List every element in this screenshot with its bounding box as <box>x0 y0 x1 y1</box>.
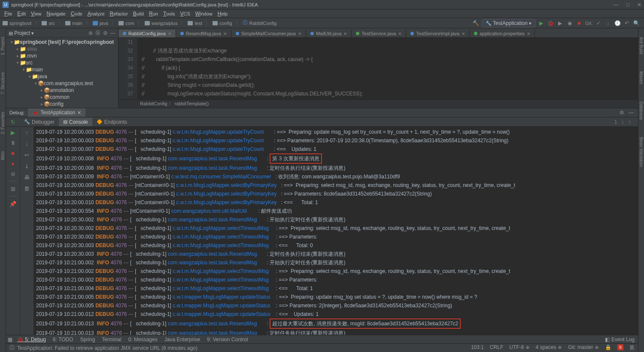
endpoints-tab[interactable]: 🔶 Endpoints <box>92 118 131 126</box>
git-branch[interactable]: Git: master ≑ <box>568 344 599 352</box>
menu-navigate[interactable]: Navigate <box>44 11 68 17</box>
close-tab-icon[interactable]: ✕ <box>462 31 465 36</box>
tree-item[interactable]: ▾📁main <box>6 66 118 73</box>
settings-gear-icon[interactable]: ⚙ <box>103 30 108 36</box>
tool-stripe-item[interactable]: 7: Structure <box>0 72 5 95</box>
scroll-down-icon[interactable]: ↓ <box>23 140 31 147</box>
soft-wrap-icon[interactable]: ↩ <box>23 151 31 159</box>
menu-help[interactable]: Help <box>215 11 230 17</box>
minimize-button[interactable]: — <box>614 2 619 8</box>
git-revert-icon[interactable]: ↶ <box>623 20 630 27</box>
crumb-wangzaiplus[interactable]: wangzaiplus〉 <box>145 19 187 27</box>
console-tab[interactable]: ▤ Console <box>59 118 92 126</box>
crumb-main[interactable]: main〉 <box>65 19 92 27</box>
resume-icon[interactable]: ▶ <box>9 129 17 136</box>
debug-hide-icon[interactable]: — <box>628 109 635 116</box>
bottom-tab[interactable]: 9: Version Control <box>204 337 251 343</box>
maximize-button[interactable]: □ <box>626 2 629 8</box>
coverage-icon[interactable]: ▶ <box>557 20 564 27</box>
lock-icon[interactable]: 🔒 <box>605 344 611 352</box>
bottom-tab[interactable]: 🐞 5: Debug <box>14 337 49 343</box>
bottom-tab[interactable]: Spring <box>77 337 99 343</box>
step-out-icon[interactable]: ↑ <box>626 119 633 125</box>
editor-code[interactable]: // 消息是否成功发送到Exchange // rabbitTemplate.s… <box>137 38 638 99</box>
project-tree[interactable]: ▾📁springboot [test] F:\project\springboo… <box>6 38 118 108</box>
tool-stripe-item[interactable]: Maven <box>639 71 644 84</box>
run-icon[interactable]: ▶ <box>538 20 545 27</box>
close-button[interactable]: ✕ <box>637 2 641 8</box>
scroll-end-icon[interactable]: ⤓ <box>23 162 31 170</box>
close-tab-icon[interactable]: ✕ <box>223 31 227 36</box>
menu-build[interactable]: Build <box>131 11 146 17</box>
menu-code[interactable]: Code <box>68 11 85 17</box>
menu-file[interactable]: File <box>2 11 15 17</box>
rerun-icon[interactable]: ↻ <box>6 119 20 125</box>
editor-tab[interactable]: application.properties ✕ <box>470 30 535 37</box>
profile-icon[interactable]: ◉ <box>566 20 573 27</box>
tree-item[interactable]: ▸📦annotation <box>6 87 118 94</box>
menu-window[interactable]: Window <box>193 11 215 17</box>
debug-icon[interactable]: 🐞 <box>547 20 554 27</box>
menu-view[interactable]: View <box>28 11 44 17</box>
console-output[interactable]: 2019-07-19 10:20:00.003 DEBUG 4076 --- [… <box>33 127 638 335</box>
clear-icon[interactable]: 🗑 <box>23 184 31 192</box>
crumb-test[interactable]: test〉 <box>188 19 212 27</box>
search-icon[interactable]: 🔍 <box>633 20 640 27</box>
git-update-icon[interactable]: ✓ <box>595 20 602 27</box>
close-tab-icon[interactable]: ✕ <box>398 31 401 36</box>
build-icon[interactable]: 🔨 <box>472 20 479 27</box>
git-pull-icon[interactable]: ↓ <box>605 20 611 27</box>
editor-tab[interactable]: ResendMsg.java ✕ <box>176 30 231 37</box>
close-tab-icon[interactable]: ✕ <box>168 31 171 36</box>
ime-indicator[interactable]: S <box>617 344 623 350</box>
crumb-com[interactable]: com〉 <box>118 19 144 27</box>
crumb-java[interactable]: java〉 <box>93 19 118 27</box>
debug-session-tab[interactable]: 🐞 TestApplication ✕ <box>28 108 85 117</box>
close-tab-icon[interactable]: ✕ <box>343 31 347 36</box>
stop-icon[interactable]: ■ <box>576 20 583 27</box>
editor-tab[interactable]: TestService.java ✕ <box>352 30 406 37</box>
breadcrumb-trail[interactable]: springboot〉 src〉 main〉 java〉 com〉 wangza… <box>0 19 472 27</box>
stop-debug-icon[interactable]: ■ <box>9 149 17 157</box>
tree-item[interactable]: ▾📁springboot [test] F:\project\springboo… <box>6 39 118 46</box>
editor-breadcrumb[interactable]: RabbitConfig 〉 rabbitTemplate() <box>118 99 638 108</box>
editor-position[interactable]: 103:1 <box>471 344 484 352</box>
pin-icon[interactable]: 📌 <box>9 200 17 208</box>
crumb-config[interactable]: config〉 <box>213 19 241 27</box>
select-open-icon[interactable]: ⦿ <box>95 30 100 36</box>
run-config-selector[interactable]: 🔧 TestApplication ▾ <box>482 19 535 28</box>
event-log-button[interactable]: ◧ Event Log <box>601 337 638 343</box>
menu-edit[interactable]: Edit <box>15 11 28 17</box>
step-into-icon[interactable]: ↓ <box>619 119 626 125</box>
close-tab-icon[interactable]: ✕ <box>527 31 530 36</box>
crumb-RabbitConfig[interactable]: Ⓒ RabbitConfig <box>243 19 277 27</box>
bottom-tab[interactable]: Java Enterprise <box>161 337 204 343</box>
indent-info[interactable]: 4 spaces ≑ <box>536 344 562 352</box>
tool-stripe-item[interactable]: Web <box>0 151 5 160</box>
tool-stripe-item[interactable]: 2: Favorites <box>0 112 5 134</box>
layout-icon[interactable]: ⊞ <box>9 185 17 193</box>
menu-run[interactable]: Run <box>146 11 161 17</box>
bottom-tab[interactable]: Terminal <box>98 337 125 343</box>
crumb-src[interactable]: src〉 <box>42 19 64 27</box>
tree-item[interactable]: ▸📁.idea <box>6 46 118 52</box>
git-history-icon[interactable]: 🕘 <box>614 20 621 27</box>
menu-tools[interactable]: Tools <box>161 11 178 17</box>
tree-item[interactable]: ▾📦com.wangzaiplus.test <box>6 80 118 87</box>
tool-stripe-item[interactable]: Ant Build <box>639 37 644 54</box>
tool-stripe-item[interactable]: Database <box>639 101 644 120</box>
collapse-icon[interactable]: ⊕ <box>88 30 93 36</box>
tree-item[interactable]: ▾📁src <box>6 59 118 66</box>
tree-item[interactable]: ▾📁java <box>6 73 118 80</box>
menu-vcs[interactable]: VCS <box>177 11 192 17</box>
editor-tab[interactable]: MailUtil.java ✕ <box>306 30 352 37</box>
crumb-springboot[interactable]: springboot〉 <box>3 19 41 27</box>
editor-tab[interactable]: RabbitConfig.java ✕ <box>118 30 176 37</box>
debugger-tab[interactable]: 🔧 Debugger <box>20 118 59 126</box>
tool-stripe-item[interactable]: Bean Validation <box>639 137 644 167</box>
show-tool-windows-icon[interactable]: ▦ <box>6 337 14 343</box>
editor[interactable]: 31323334353637 // 消息是否成功发送到Exchange // r… <box>118 38 638 99</box>
tree-item[interactable]: ▸📁.mvn <box>6 52 118 59</box>
bottom-tab[interactable]: 6: TODO <box>49 337 77 343</box>
line-separator[interactable]: CRLF <box>490 344 503 352</box>
